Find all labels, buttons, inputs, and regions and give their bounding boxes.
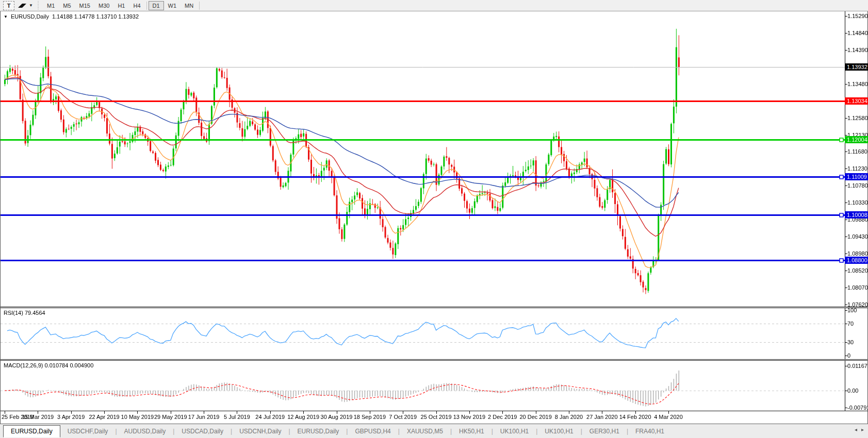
date-tick-label: 8 Jan 2020	[555, 414, 583, 420]
price-badge: 1.13932	[845, 63, 868, 71]
chart-title: ▼ EURUSD,Daily 1.14188 1.14778 1.13710 1…	[4, 13, 139, 20]
price-tick-label: 1.09430	[847, 233, 868, 240]
panel-separator[interactable]	[1, 307, 868, 308]
chart-window: ▼ EURUSD,Daily 1.14188 1.14778 1.13710 1…	[0, 11, 868, 424]
panel-separator[interactable]	[1, 359, 868, 361]
timeframe-button-m5[interactable]: M5	[59, 1, 75, 10]
price-tick-label: 1.14840	[847, 30, 868, 37]
price-badge: 1.13034	[845, 97, 868, 105]
chart-tab-usdchf-daily[interactable]: USDCHF,Daily	[60, 426, 116, 437]
price-badge: 1.12004	[845, 136, 868, 143]
chart-tab-uk100-h1[interactable]: UK100,H1	[537, 426, 580, 437]
chevron-down-icon: ▼	[29, 3, 33, 8]
date-tick-label: 20 Dec 2019	[519, 414, 551, 420]
timeframe-button-mn[interactable]: MN	[181, 1, 198, 10]
style-tool-icon	[18, 4, 22, 8]
macd-tick-label: 0.00	[847, 388, 858, 394]
tab-scroll-arrows: ◂ ▸	[855, 427, 864, 432]
date-tick-label: 30 Aug 2019	[321, 414, 353, 420]
tab-scroll-right-icon[interactable]: ▸	[861, 427, 864, 432]
price-tick-label: 1.11680	[847, 148, 867, 155]
text-tool-button[interactable]: T	[3, 1, 14, 10]
style-tool-button[interactable]: ▼	[18, 1, 33, 10]
date-tick-label: 14 Feb 2020	[619, 414, 651, 420]
timeframe-button-h4[interactable]: H4	[129, 1, 144, 10]
panel-separator	[1, 411, 868, 411]
rsi-tick-label: 70	[847, 321, 854, 327]
rsi-tick-label: 0	[847, 352, 850, 359]
date-tick-label: 24 Jul 2019	[255, 414, 285, 420]
price-badge: 1.08800	[845, 257, 868, 264]
macd-tick-label: -0.007915	[847, 405, 868, 411]
style-tool-icon	[22, 4, 26, 8]
date-tick-label: 29 May 2019	[154, 414, 187, 420]
chart-tab-gbpusd-h4[interactable]: GBPUSD,H4	[348, 426, 398, 437]
date-tick-label: 17 Jun 2019	[188, 414, 220, 420]
chart-tab-eurusd-daily[interactable]: EURUSD,Daily	[290, 426, 347, 437]
rsi-tick-label: 30	[847, 339, 854, 346]
price-tick-label: 1.13480	[847, 81, 868, 88]
date-tick-label: 4 Mar 2020	[654, 414, 683, 420]
date-tick-label: 13 Nov 2019	[453, 414, 485, 420]
chart-tab-usdcnh-daily[interactable]: USDCNH,Daily	[232, 426, 288, 437]
date-tick-label: 27 Jan 2020	[586, 414, 618, 420]
price-tick-label: 1.11230	[847, 165, 867, 172]
date-tick-label: 15 Mar 2019	[22, 414, 54, 420]
chart-collapse-icon[interactable]: ▼	[4, 14, 8, 19]
price-tick-label: 1.08980	[847, 250, 868, 257]
toolbar-separator	[146, 2, 147, 10]
chart-tab-uk100-h1[interactable]: UK100,H1	[493, 426, 536, 437]
date-tick-label: 18 Sep 2019	[354, 414, 386, 420]
chart-tab-usdcad-daily[interactable]: USDCAD,Daily	[174, 426, 231, 437]
chart-tab-hk50-h1[interactable]: HK50,H1	[452, 426, 492, 437]
chart-tab-fra40-h1[interactable]: FRA40,H1	[628, 426, 672, 437]
timeframe-button-group: M1M5M15M30H1H4D1W1MN	[43, 1, 201, 10]
date-tick-label: 7 Oct 2019	[389, 414, 417, 420]
price-badge: 1.10008	[845, 211, 868, 218]
price-tick-label: 1.15290	[847, 13, 868, 20]
date-tick-label: 12 Aug 2019	[287, 414, 319, 420]
toolbar-separator	[199, 2, 200, 10]
macd-indicator-label: MACD(12,26,9) 0.010784 0.004900	[4, 362, 93, 368]
chart-symbol-label: EURUSD,Daily	[11, 13, 49, 20]
chart-tab-xauusd-m5[interactable]: XAUUSD,M5	[400, 426, 450, 437]
date-tick-label: 2 Dec 2019	[488, 414, 517, 420]
timeframe-button-m15[interactable]: M15	[75, 1, 94, 10]
price-tick-label: 1.14390	[847, 47, 868, 54]
timeframe-button-m30[interactable]: M30	[94, 1, 113, 10]
chart-canvas[interactable]	[1, 11, 868, 424]
date-tick-label: 5 Jul 2019	[224, 414, 250, 420]
date-tick-label: 25 Oct 2019	[421, 414, 452, 420]
timeframe-button-h1[interactable]: H1	[113, 1, 129, 10]
price-tick-label: 1.10330	[847, 199, 868, 206]
chart-tab-eurusd-daily[interactable]: EURUSD,Daily	[3, 425, 60, 437]
top-toolbar: T ▼ M1M5M15M30H1H4D1W1MN	[0, 0, 868, 11]
mt4-application: T ▼ M1M5M15M30H1H4D1W1MN ▼ EURUSD,Daily …	[0, 0, 868, 438]
timeframe-button-w1[interactable]: W1	[164, 1, 181, 10]
rsi-tick-label: 100	[847, 307, 857, 314]
date-tick-label: 22 Apr 2019	[89, 414, 119, 420]
timeframe-button-d1[interactable]: D1	[149, 1, 164, 10]
price-tick-label: 1.08070	[847, 284, 868, 291]
timeframe-button-m1[interactable]: M1	[43, 1, 59, 10]
chart-tab-ger30-h1[interactable]: GER30,H1	[582, 426, 627, 437]
price-badge: 1.11009	[845, 173, 868, 180]
chart-tab-audusd-daily[interactable]: AUDUSD,Daily	[117, 426, 173, 437]
date-tick-label: 3 Apr 2019	[57, 414, 85, 420]
tab-scroll-left-icon[interactable]: ◂	[855, 427, 857, 432]
date-tick-label: 10 May 2019	[121, 414, 154, 420]
chart-ohlc-values: 1.14188 1.14778 1.13710 1.13932	[52, 13, 139, 20]
toolbar-drag-handle[interactable]	[37, 1, 40, 10]
chart-tab-bar: EURUSD,DailyUSDCHF,Daily|AUDUSD,Daily|US…	[0, 424, 868, 438]
price-tick-label: 1.12580	[847, 115, 868, 122]
macd-tick-label: 0.011675	[847, 363, 868, 369]
rsi-indicator-label: RSI(14) 79.4564	[4, 310, 45, 316]
price-tick-label: 1.08520	[847, 267, 868, 274]
price-tick-label: 1.10780	[847, 182, 868, 189]
